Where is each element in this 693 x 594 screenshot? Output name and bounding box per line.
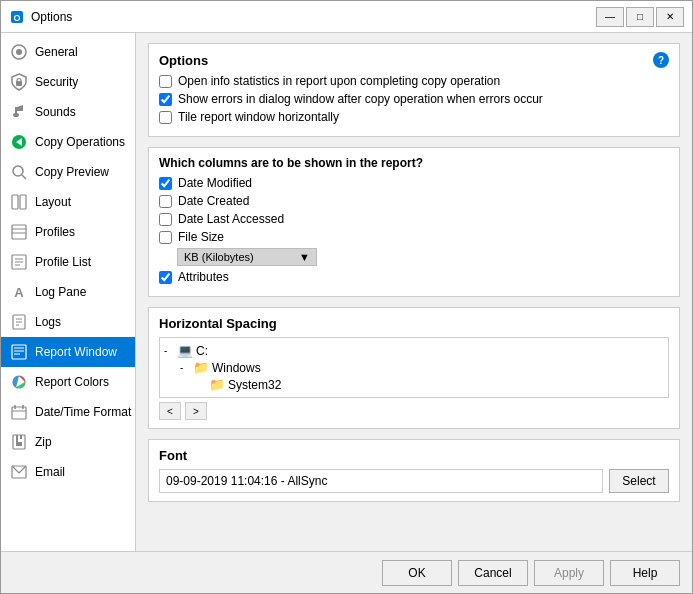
copy-preview-icon — [9, 162, 29, 182]
tree-item-c: - 💻 C: — [164, 342, 664, 359]
sidebar-item-logs[interactable]: Logs — [1, 307, 135, 337]
options-section: Options ? Open info statistics in report… — [148, 43, 680, 137]
tile-report-checkbox[interactable] — [159, 111, 172, 124]
sidebar-label-profiles: Profiles — [35, 225, 75, 239]
sidebar-item-log-pane[interactable]: A Log Pane — [1, 277, 135, 307]
options-header: Options ? — [159, 52, 669, 68]
tree-next-button[interactable]: > — [185, 402, 207, 420]
sidebar-item-report-colors[interactable]: Report Colors — [1, 367, 135, 397]
tree-item-windows: - 📁 Windows — [180, 359, 664, 376]
sidebar-label-log-pane: Log Pane — [35, 285, 86, 299]
sidebar-label-report-colors: Report Colors — [35, 375, 109, 389]
font-input[interactable] — [159, 469, 603, 493]
file-size-label: File Size — [178, 230, 224, 244]
checkbox-attributes: Attributes — [159, 270, 669, 284]
report-window-icon — [9, 342, 29, 362]
options-title: Options — [159, 53, 208, 68]
file-size-checkbox[interactable] — [159, 231, 172, 244]
checkbox-tile-report: Tile report window horizontally — [159, 110, 669, 124]
horizontal-spacing-section: Horizontal Spacing - 💻 C: - 📁 Windows — [148, 307, 680, 429]
svg-rect-7 — [15, 107, 17, 115]
checkbox-date-accessed: Date Last Accessed — [159, 212, 669, 226]
profile-list-icon — [9, 252, 29, 272]
sidebar-label-sounds: Sounds — [35, 105, 76, 119]
sounds-icon — [9, 102, 29, 122]
datetime-format-icon — [9, 402, 29, 422]
sidebar-label-datetime-format: Date/Time Format — [35, 405, 131, 419]
sidebar-item-zip[interactable]: Zip — [1, 427, 135, 457]
close-button[interactable]: ✕ — [656, 7, 684, 27]
sidebar-label-security: Security — [35, 75, 78, 89]
date-accessed-label: Date Last Accessed — [178, 212, 284, 226]
kb-dropdown-arrow: ▼ — [299, 251, 310, 263]
sidebar-item-report-window[interactable]: Report Window — [1, 337, 135, 367]
sidebar-item-profiles[interactable]: Profiles — [1, 217, 135, 247]
sidebar-label-email: Email — [35, 465, 65, 479]
help-button[interactable]: Help — [610, 560, 680, 586]
sidebar-item-layout[interactable]: Layout — [1, 187, 135, 217]
font-section: Font Select — [148, 439, 680, 502]
bottom-bar: OK Cancel Apply Help — [1, 551, 692, 593]
cancel-button[interactable]: Cancel — [458, 560, 528, 586]
sidebar-item-general[interactable]: General — [1, 37, 135, 67]
svg-rect-14 — [20, 195, 26, 209]
tree-label-c: C: — [196, 344, 208, 358]
security-icon — [9, 72, 29, 92]
date-created-label: Date Created — [178, 194, 249, 208]
maximize-button[interactable]: □ — [626, 7, 654, 27]
horiz-title: Horizontal Spacing — [159, 316, 669, 331]
sidebar-label-logs: Logs — [35, 315, 61, 329]
sidebar-item-copy-preview[interactable]: Copy Preview — [1, 157, 135, 187]
minimize-button[interactable]: — — [596, 7, 624, 27]
tree-icon-windows: 📁 — [193, 360, 209, 375]
attributes-label: Attributes — [178, 270, 229, 284]
sidebar-label-zip: Zip — [35, 435, 52, 449]
tree-expand-c[interactable]: - — [164, 345, 174, 356]
svg-rect-26 — [12, 345, 26, 359]
sidebar-item-profile-list[interactable]: Profile List — [1, 247, 135, 277]
font-select-button[interactable]: Select — [609, 469, 669, 493]
window-title: Options — [31, 10, 596, 24]
tile-report-label: Tile report window horizontally — [178, 110, 339, 124]
sidebar-item-datetime-format[interactable]: Date/Time Format — [1, 397, 135, 427]
open-info-label: Open info statistics in report upon comp… — [178, 74, 500, 88]
checkbox-date-created: Date Created — [159, 194, 669, 208]
apply-button[interactable]: Apply — [534, 560, 604, 586]
profiles-icon — [9, 222, 29, 242]
date-accessed-checkbox[interactable] — [159, 213, 172, 226]
kb-dropdown[interactable]: KB (Kilobytes) ▼ — [177, 248, 317, 266]
tree-expand-windows[interactable]: - — [180, 362, 190, 373]
layout-icon — [9, 192, 29, 212]
help-icon[interactable]: ? — [653, 52, 669, 68]
right-panel: Options ? Open info statistics in report… — [136, 33, 692, 551]
columns-section: Which columns are to be shown in the rep… — [148, 147, 680, 297]
sidebar-item-security[interactable]: Security — [1, 67, 135, 97]
zip-icon — [9, 432, 29, 452]
open-info-checkbox[interactable] — [159, 75, 172, 88]
svg-point-5 — [17, 79, 21, 83]
tree-label-system32: System32 — [228, 378, 281, 392]
tree-prev-button[interactable]: < — [159, 402, 181, 420]
sidebar-item-sounds[interactable]: Sounds — [1, 97, 135, 127]
sidebar-label-general: General — [35, 45, 78, 59]
tree-label-windows: Windows — [212, 361, 261, 375]
sidebar-item-email[interactable]: Email — [1, 457, 135, 487]
font-row: Select — [159, 469, 669, 493]
svg-rect-13 — [12, 195, 18, 209]
sidebar-item-copy-operations[interactable]: Copy Operations — [1, 127, 135, 157]
sidebar-label-copy-preview: Copy Preview — [35, 165, 109, 179]
tree-icon-c: 💻 — [177, 343, 193, 358]
svg-rect-31 — [12, 407, 26, 419]
ok-button[interactable]: OK — [382, 560, 452, 586]
tree-container: - 💻 C: - 📁 Windows 📁 System32 — [159, 337, 669, 398]
tree-icon-system32: 📁 — [209, 377, 225, 392]
attributes-checkbox[interactable] — [159, 271, 172, 284]
title-bar: O Options — □ ✕ — [1, 1, 692, 33]
date-created-checkbox[interactable] — [159, 195, 172, 208]
sidebar: General Security Sounds Co — [1, 33, 136, 551]
columns-title: Which columns are to be shown in the rep… — [159, 156, 669, 170]
svg-rect-15 — [12, 225, 26, 239]
show-errors-checkbox[interactable] — [159, 93, 172, 106]
svg-rect-38 — [16, 442, 22, 446]
date-modified-checkbox[interactable] — [159, 177, 172, 190]
